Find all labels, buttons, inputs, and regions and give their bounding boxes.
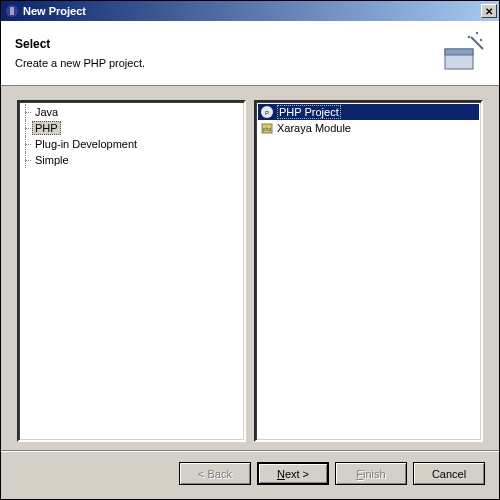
- window-title: New Project: [23, 5, 481, 17]
- header-title: Select: [15, 37, 433, 51]
- wizard-list[interactable]: PPHP ProjectphpXaraya Module: [254, 100, 483, 442]
- titlebar: New Project ✕: [1, 1, 499, 21]
- category-label: PHP: [32, 121, 61, 135]
- wizard-icon: [441, 31, 485, 75]
- svg-rect-3: [445, 49, 473, 55]
- app-icon: [5, 4, 19, 18]
- next-button[interactable]: Next >: [257, 462, 329, 485]
- svg-text:php: php: [263, 126, 272, 132]
- back-button: < Back: [179, 462, 251, 485]
- category-label: Plug-in Development: [35, 138, 137, 150]
- category-item[interactable]: Plug-in Development: [21, 136, 242, 152]
- wizard-item[interactable]: PPHP Project: [258, 104, 479, 120]
- category-label: Java: [35, 106, 58, 118]
- svg-point-5: [468, 36, 470, 38]
- dialog-header: Select Create a new PHP project.: [1, 21, 499, 86]
- category-item[interactable]: Simple: [21, 152, 242, 168]
- header-subtitle: Create a new PHP project.: [15, 57, 433, 69]
- svg-point-7: [480, 39, 482, 41]
- cancel-button[interactable]: Cancel: [413, 462, 485, 485]
- svg-line-4: [471, 37, 483, 49]
- finish-button: Finish: [335, 462, 407, 485]
- wizard-label: Xaraya Module: [277, 122, 351, 134]
- category-item[interactable]: Java: [21, 104, 242, 120]
- svg-point-6: [476, 32, 478, 34]
- php-project-icon: P: [260, 105, 274, 119]
- category-tree[interactable]: JavaPHPPlug-in DevelopmentSimple: [17, 100, 246, 442]
- close-button[interactable]: ✕: [481, 4, 497, 18]
- svg-text:P: P: [265, 110, 269, 116]
- new-project-dialog: New Project ✕ Select Create a new PHP pr…: [0, 0, 500, 500]
- header-text: Select Create a new PHP project.: [15, 37, 433, 69]
- module-icon: php: [260, 121, 274, 135]
- wizard-item[interactable]: phpXaraya Module: [258, 120, 479, 136]
- split-panes: JavaPHPPlug-in DevelopmentSimple PPHP Pr…: [17, 100, 483, 442]
- dialog-body: JavaPHPPlug-in DevelopmentSimple PPHP Pr…: [1, 86, 499, 450]
- category-item[interactable]: PHP: [21, 120, 242, 136]
- category-label: Simple: [35, 154, 69, 166]
- wizard-label: PHP Project: [277, 105, 341, 119]
- button-bar: < Back Next > Finish Cancel: [1, 452, 499, 499]
- svg-rect-1: [10, 7, 14, 15]
